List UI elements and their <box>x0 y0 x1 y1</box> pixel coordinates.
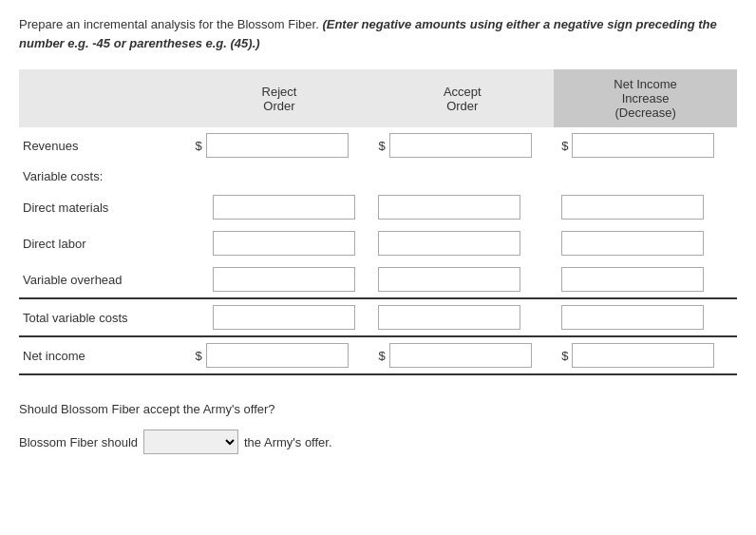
total-variable-costs-reject-input[interactable] <box>213 305 355 330</box>
total-variable-costs-accept-cell <box>370 298 554 336</box>
direct-materials-label: Direct materials <box>19 189 188 225</box>
variable-costs-header-row: Variable costs: <box>19 163 737 189</box>
net-income-net-dollar: $ <box>561 349 568 363</box>
net-income-label: Net income <box>19 336 188 374</box>
direct-labor-accept-cell <box>370 225 554 261</box>
revenues-accept-dollar: $ <box>378 139 385 153</box>
net-income-reject-input[interactable] <box>206 343 349 368</box>
total-variable-costs-label: Total variable costs <box>19 298 188 336</box>
net-income-accept-input[interactable] <box>389 343 532 368</box>
variable-overhead-net-input[interactable] <box>561 267 704 292</box>
direct-materials-net-cell <box>554 189 737 225</box>
variable-overhead-reject-input[interactable] <box>213 267 355 292</box>
variable-overhead-row: Variable overhead <box>19 261 737 298</box>
variable-overhead-reject-cell <box>188 261 371 298</box>
bottom-section: Should Blossom Fiber accept the Army's o… <box>19 402 737 454</box>
total-variable-costs-row: Total variable costs <box>19 298 737 336</box>
incremental-analysis-table: RejectOrder AcceptOrder Net IncomeIncrea… <box>19 69 737 375</box>
instructions: Prepare an incremental analysis for the … <box>19 15 737 52</box>
total-variable-costs-accept-input[interactable] <box>378 305 520 330</box>
direct-materials-row: Direct materials <box>19 189 737 225</box>
net-income-net-input[interactable] <box>572 343 714 368</box>
direct-materials-reject-cell <box>188 189 371 225</box>
header-label-col <box>19 69 188 127</box>
header-net-income: Net IncomeIncrease(Decrease) <box>554 69 737 127</box>
revenues-net-dollar: $ <box>561 139 568 153</box>
instructions-main: Prepare an incremental analysis for the … <box>19 17 319 31</box>
revenues-row: Revenues $ $ $ <box>19 127 737 163</box>
bottom-question: Should Blossom Fiber accept the Army's o… <box>19 402 737 416</box>
direct-labor-net-input[interactable] <box>561 231 704 256</box>
revenues-reject-cell: $ <box>188 127 371 163</box>
variable-overhead-accept-cell <box>370 261 554 298</box>
total-variable-costs-net-cell <box>554 298 737 336</box>
net-income-accept-dollar: $ <box>378 349 385 363</box>
revenues-accept-cell: $ <box>370 127 554 163</box>
direct-materials-accept-input[interactable] <box>378 195 520 220</box>
direct-labor-row: Direct labor <box>19 225 737 261</box>
revenues-net-cell: $ <box>554 127 737 163</box>
direct-materials-net-input[interactable] <box>561 195 704 220</box>
net-income-reject-cell: $ <box>188 336 371 374</box>
net-income-reject-dollar: $ <box>196 349 202 363</box>
army-offer-suffix: the Army's offer. <box>244 435 332 449</box>
variable-overhead-label: Variable overhead <box>19 261 188 298</box>
revenues-label: Revenues <box>19 127 188 163</box>
army-offer-dropdown[interactable]: Accept Reject <box>143 430 238 454</box>
header-accept-order: AcceptOrder <box>370 69 554 127</box>
direct-materials-accept-cell <box>370 189 554 225</box>
net-income-accept-cell: $ <box>370 336 554 374</box>
total-variable-costs-net-input[interactable] <box>561 305 704 330</box>
direct-labor-net-cell <box>554 225 737 261</box>
variable-overhead-accept-input[interactable] <box>378 267 520 292</box>
variable-costs-header-label: Variable costs: <box>19 163 188 189</box>
total-variable-costs-reject-cell <box>188 298 371 336</box>
bottom-answer-row: Blossom Fiber should Accept Reject the A… <box>19 430 737 454</box>
revenues-net-input[interactable] <box>572 133 714 158</box>
variable-overhead-net-cell <box>554 261 737 298</box>
net-income-row: Net income $ $ $ <box>19 336 737 374</box>
direct-materials-reject-input[interactable] <box>213 195 355 220</box>
direct-labor-accept-input[interactable] <box>378 231 520 256</box>
direct-labor-label: Direct labor <box>19 225 188 261</box>
header-reject-order: RejectOrder <box>188 69 371 127</box>
direct-labor-reject-cell <box>188 225 371 261</box>
revenues-reject-dollar: $ <box>196 139 202 153</box>
revenues-accept-input[interactable] <box>389 133 532 158</box>
blossom-fiber-should-label: Blossom Fiber should <box>19 435 138 449</box>
net-income-net-cell: $ <box>554 336 737 374</box>
direct-labor-reject-input[interactable] <box>213 231 355 256</box>
revenues-reject-input[interactable] <box>206 133 349 158</box>
